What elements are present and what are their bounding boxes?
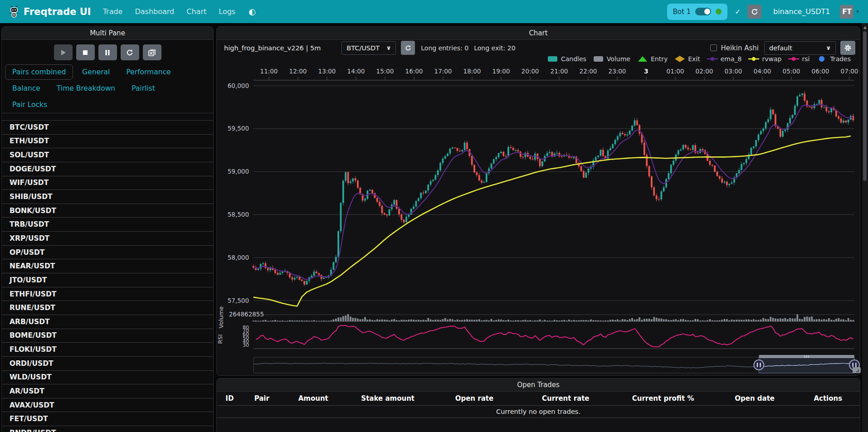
legend-item-entry[interactable]: Entry <box>637 55 668 63</box>
scroll-up-icon[interactable]: ▲ <box>862 23 868 29</box>
tab-performance[interactable]: Performance <box>119 64 178 80</box>
plot-settings-button[interactable] <box>840 41 855 55</box>
legend-item-rvwap[interactable]: rvwap <box>748 55 781 63</box>
pair-list-item-arb[interactable]: ARB/USDT <box>2 315 213 329</box>
legend-item-ema_8[interactable]: ema_8 <box>707 55 742 63</box>
pair-list-item-floki[interactable]: FLOKI/USDT <box>2 343 213 357</box>
theme-toggle-icon[interactable]: ◐ <box>249 7 256 16</box>
legend-label: Candles <box>561 55 586 63</box>
plot-config-select[interactable]: default ∨ <box>764 41 836 55</box>
rsi-series <box>256 325 853 347</box>
legend-item-exit[interactable]: Exit <box>674 55 700 63</box>
pair-list-item-avax[interactable]: AVAX/USDT <box>2 398 213 413</box>
zoom-handle-left[interactable] <box>754 360 764 370</box>
svg-text:Volume: Volume <box>218 306 224 328</box>
pair-list-item-ethfi[interactable]: ETHFI/USDT <box>2 287 213 301</box>
reload-icon <box>751 8 758 15</box>
pair-list-item-fet[interactable]: FET/USDT <box>2 412 213 426</box>
nav-item-trade[interactable]: Trade <box>103 7 123 16</box>
user-avatar[interactable]: FT <box>840 5 853 19</box>
freqtrade-logo-icon <box>9 6 19 18</box>
tab-pairlist[interactable]: Pairlist <box>124 81 162 96</box>
pair-list-item-rndr[interactable]: RNDR/USDT <box>2 426 213 432</box>
pair-list-item-wif[interactable]: WIF/USDT <box>2 176 213 190</box>
svg-text:03:00: 03:00 <box>725 68 742 75</box>
pair-list-item-bonk[interactable]: BONK/USDT <box>2 204 213 218</box>
legend-item-candles[interactable]: Candles <box>547 55 586 63</box>
bot-online-dot <box>716 9 722 15</box>
pair-list-item-xrp[interactable]: XRP/USDT <box>2 232 213 246</box>
pair-list-item-eth[interactable]: ETH/USDT <box>2 135 213 149</box>
exchange-account-label: binance_USDT1 <box>773 7 830 16</box>
legend-item-rsi[interactable]: rsi <box>788 55 809 63</box>
trades-column-current-rate: Current rate <box>518 394 613 403</box>
svg-text:60,000: 60,000 <box>228 82 249 89</box>
chart-panel: 60,00059,50059,00058,50058,00057,50011:0… <box>216 26 860 376</box>
nav-item-dashboard[interactable]: Dashboard <box>135 7 174 16</box>
refresh-chart-button[interactable] <box>401 41 415 55</box>
panel-resize-grip[interactable] <box>853 367 861 373</box>
pair-list-item-rune[interactable]: RUNE/USDT <box>2 301 213 315</box>
chevron-down-icon: ∨ <box>386 44 391 51</box>
page-scrollbar[interactable]: ▲ <box>862 23 868 432</box>
reload-bot-button[interactable] <box>747 5 761 19</box>
tab-time-breakdown[interactable]: Time Breakdown <box>49 81 122 96</box>
pair-list-item-bome[interactable]: BOME/USDT <box>2 329 213 343</box>
bot-selector[interactable]: Bot 1 <box>667 4 728 20</box>
scrollbar-thumb[interactable] <box>863 31 867 181</box>
pair-list-item-wld[interactable]: WLD/USDT <box>2 371 213 385</box>
plot-config-value: default <box>769 44 792 52</box>
tab-pair-locks[interactable]: Pair Locks <box>5 97 54 112</box>
svg-text:59,500: 59,500 <box>228 125 249 132</box>
clear-charts-button[interactable] <box>143 44 161 60</box>
pair-list-item-jto[interactable]: JTO/USDT <box>2 273 213 287</box>
open-trades-title: Open Trades <box>217 379 860 392</box>
heikin-ashi-checkbox[interactable] <box>710 44 717 51</box>
nav-item-logs[interactable]: Logs <box>219 7 235 16</box>
chevron-down-icon: ∨ <box>826 44 831 51</box>
pair-list-item-btc[interactable]: BTC/USDT <box>2 121 213 135</box>
svg-text:16:00: 16:00 <box>405 68 423 75</box>
reload-config-button[interactable] <box>121 44 139 60</box>
svg-text:58,500: 58,500 <box>228 211 249 218</box>
price-chart-svg[interactable]: 60,00059,50059,00058,50058,00057,50011:0… <box>217 27 861 376</box>
tab-pairs-combined[interactable]: Pairs combined <box>5 64 73 80</box>
refresh-icon <box>405 45 411 51</box>
play-button[interactable] <box>54 44 73 60</box>
legend-label: Volume <box>607 55 630 63</box>
svg-text:58,000: 58,000 <box>228 254 249 261</box>
pair-list-item-ar[interactable]: AR/USDT <box>2 384 213 398</box>
svg-text:23:00: 23:00 <box>609 68 626 75</box>
multi-pane-tabs: Pairs combinedGeneralPerformanceBalanceT… <box>2 64 213 113</box>
nav-item-chart[interactable]: Chart <box>186 7 206 16</box>
tab-balance[interactable]: Balance <box>5 81 48 96</box>
bot-power-toggle[interactable] <box>695 8 711 15</box>
pause-button[interactable] <box>98 44 117 60</box>
pair-list-item-shib[interactable]: SHIB/USDT <box>2 190 213 204</box>
svg-text:05:00: 05:00 <box>783 68 800 75</box>
legend-item-volume[interactable]: Volume <box>593 55 630 63</box>
legend-item-trades[interactable]: Trades <box>816 55 851 63</box>
svg-text:30: 30 <box>243 342 249 348</box>
candles-legend-marker-icon <box>547 56 558 62</box>
pair-list-item-ordi[interactable]: ORDI/USDT <box>2 357 213 371</box>
strategy-label: high_frog_binance_v226 | 5m <box>224 44 321 52</box>
tab-general[interactable]: General <box>75 64 117 80</box>
pair-list-item-near[interactable]: NEAR/USDT <box>2 259 213 273</box>
chart-axes: 60,00059,50059,00058,50058,00057,50011:0… <box>217 68 858 349</box>
pair-select[interactable]: BTC/USDT ∨ <box>341 41 396 55</box>
svg-text:264862855: 264862855 <box>229 311 264 318</box>
bot-name-label: Bot 1 <box>673 8 691 16</box>
trades-column-actions: Actions <box>796 394 860 403</box>
pair-list-item-sol[interactable]: SOL/USDT <box>2 148 213 162</box>
exit-legend-marker-icon <box>674 56 685 62</box>
svg-text:22:00: 22:00 <box>580 68 597 75</box>
trades-column-open-date: Open date <box>713 394 796 403</box>
reload-icon <box>126 49 133 56</box>
pair-list-item-op[interactable]: OP/USDT <box>2 246 213 260</box>
stop-button[interactable] <box>76 44 95 60</box>
pair-list-item-doge[interactable]: DOGE/USDT <box>2 162 213 176</box>
entry-legend-marker-icon <box>637 56 648 62</box>
chart-panel-title: Chart <box>217 27 860 40</box>
pair-list-item-trb[interactable]: TRB/USDT <box>2 218 213 232</box>
